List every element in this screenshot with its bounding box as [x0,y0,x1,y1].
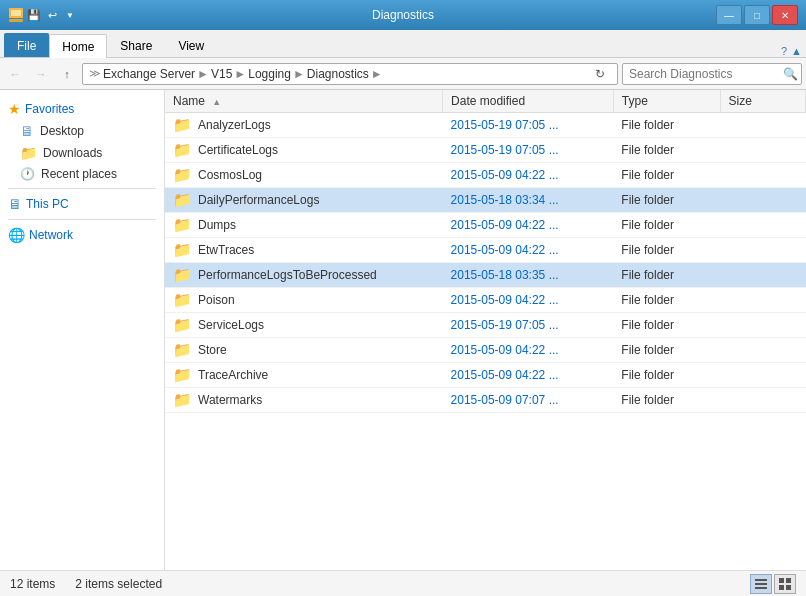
breadcrumb-exchange[interactable]: Exchange Server [103,67,195,81]
table-row[interactable]: 📁Store2015-05-09 04:22 ...File folder [165,338,806,363]
search-input[interactable] [629,67,779,81]
file-date-cell: 2015-05-09 07:07 ... [443,388,614,413]
ribbon-tabs: File Home Share View ? ▲ [0,30,806,58]
svg-rect-7 [786,578,791,583]
quick-save-icon[interactable]: 💾 [26,7,42,23]
file-type-cell: File folder [613,263,720,288]
file-name: CertificateLogs [198,143,278,157]
back-button[interactable]: ← [4,63,26,85]
sidebar-item-downloads[interactable]: 📁 Downloads [0,142,164,164]
file-name: CosmosLog [198,168,262,182]
forward-button[interactable]: → [30,63,52,85]
main-area: ★ Favorites 🖥 Desktop 📁 Downloads 🕐 Rece… [0,90,806,570]
sidebar-item-desktop[interactable]: 🖥 Desktop [0,120,164,142]
col-header-type[interactable]: Type [613,90,720,113]
item-count: 12 items [10,577,55,591]
file-date-cell: 2015-05-09 04:22 ... [443,238,614,263]
col-header-size[interactable]: Size [720,90,805,113]
table-row[interactable]: 📁Watermarks2015-05-09 07:07 ...File fold… [165,388,806,413]
file-type-cell: File folder [613,188,720,213]
file-type-cell: File folder [613,288,720,313]
file-name-cell: 📁ServiceLogs [165,313,443,338]
file-date-cell: 2015-05-18 03:34 ... [443,188,614,213]
ribbon-help-icon[interactable]: ? [781,45,787,57]
file-name: TraceArchive [198,368,268,382]
file-name: AnalyzerLogs [198,118,271,132]
address-path[interactable]: ≫ Exchange Server ► V15 ► Logging ► Diag… [82,63,618,85]
sidebar-network-header[interactable]: 🌐 Network [0,224,164,246]
table-row[interactable]: 📁PerformanceLogsToBeProcessed2015-05-18 … [165,263,806,288]
breadcrumb-sep2: ► [234,67,246,81]
maximize-button[interactable]: □ [744,5,770,25]
file-date-cell: 2015-05-09 04:22 ... [443,288,614,313]
col-header-date[interactable]: Date modified [443,90,614,113]
folder-icon: 📁 [173,241,192,259]
customize-icon[interactable]: ▼ [62,7,78,23]
name-sort-icon: ▲ [212,97,221,107]
svg-rect-3 [755,579,767,581]
tab-file[interactable]: File [4,33,49,57]
tab-home[interactable]: Home [49,34,107,58]
sidebar-section-thispc: 🖥 This PC [0,193,164,215]
breadcrumb-diagnostics[interactable]: Diagnostics [307,67,369,81]
sidebar-divider1 [8,188,156,189]
table-row[interactable]: 📁TraceArchive2015-05-09 04:22 ...File fo… [165,363,806,388]
sidebar-divider2 [8,219,156,220]
table-row[interactable]: 📁Poison2015-05-09 04:22 ...File folder [165,288,806,313]
view-details-button[interactable] [750,574,772,594]
file-name-cell: 📁AnalyzerLogs [165,113,443,138]
sidebar-item-recent[interactable]: 🕐 Recent places [0,164,164,184]
folder-icon: 📁 [173,366,192,384]
file-date-cell: 2015-05-09 04:22 ... [443,213,614,238]
file-date-cell: 2015-05-09 04:22 ... [443,338,614,363]
folder-icon: 📁 [173,166,192,184]
quick-undo-icon[interactable]: ↩ [44,7,60,23]
file-name-cell: 📁PerformanceLogsToBeProcessed [165,263,443,288]
breadcrumb-v15[interactable]: V15 [211,67,232,81]
tab-share[interactable]: Share [107,33,165,57]
file-name: Dumps [198,218,236,232]
breadcrumb-logging[interactable]: Logging [248,67,291,81]
thispc-label: This PC [26,197,69,211]
file-size-cell [720,288,805,313]
file-size-cell [720,188,805,213]
sidebar-favorites-header[interactable]: ★ Favorites [0,98,164,120]
content-area: Name ▲ Date modified Type Size 📁Analyzer… [165,90,806,570]
minimize-button[interactable]: — [716,5,742,25]
title-bar: 💾 ↩ ▼ Diagnostics — □ ✕ [0,0,806,30]
file-name: DailyPerformanceLogs [198,193,319,207]
folder-icon: 📁 [173,191,192,209]
refresh-button[interactable]: ↻ [589,63,611,85]
table-row[interactable]: 📁CosmosLog2015-05-09 04:22 ...File folde… [165,163,806,188]
table-row[interactable]: 📁CertificateLogs2015-05-19 07:05 ...File… [165,138,806,163]
file-size-cell [720,313,805,338]
file-name: Watermarks [198,393,262,407]
folder-icon: 📁 [173,216,192,234]
close-button[interactable]: ✕ [772,5,798,25]
folder-icon: 📁 [173,391,192,409]
table-row[interactable]: 📁DailyPerformanceLogs2015-05-18 03:34 ..… [165,188,806,213]
window-title: Diagnostics [372,8,434,22]
view-buttons [750,574,796,594]
ribbon-collapse-icon[interactable]: ▲ [791,45,802,57]
tab-view[interactable]: View [165,33,217,57]
table-row[interactable]: 📁AnalyzerLogs2015-05-19 07:05 ...File fo… [165,113,806,138]
file-size-cell [720,363,805,388]
file-size-cell [720,138,805,163]
search-box[interactable]: 🔍 [622,63,802,85]
file-type-cell: File folder [613,313,720,338]
file-size-cell [720,113,805,138]
table-row[interactable]: 📁ServiceLogs2015-05-19 07:05 ...File fol… [165,313,806,338]
folder-icon: 📁 [173,291,192,309]
svg-rect-1 [11,10,21,16]
table-row[interactable]: 📁Dumps2015-05-09 04:22 ...File folder [165,213,806,238]
table-row[interactable]: 📁EtwTraces2015-05-09 04:22 ...File folde… [165,238,806,263]
view-tiles-button[interactable] [774,574,796,594]
up-button[interactable]: ↑ [56,63,78,85]
file-date-cell: 2015-05-18 03:35 ... [443,263,614,288]
file-date-cell: 2015-05-19 07:05 ... [443,138,614,163]
col-header-name[interactable]: Name ▲ [165,90,443,113]
file-type-cell: File folder [613,138,720,163]
sidebar-thispc-header[interactable]: 🖥 This PC [0,193,164,215]
folder-icon: 📁 [173,341,192,359]
